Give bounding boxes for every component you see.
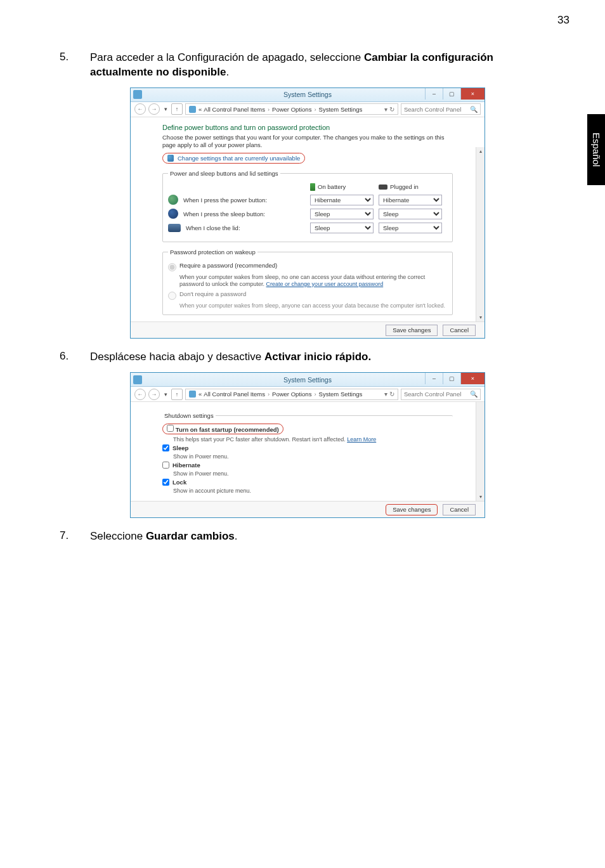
history-dropdown[interactable]: ▾ [162,103,169,115]
hibernate-checkbox[interactable] [162,462,169,469]
radio-description: When your computer wakes from sleep, any… [179,302,447,309]
search-placeholder: Search Control Panel [404,391,461,398]
lid-battery-select[interactable]: Sleep [310,223,374,233]
chevron-down-icon[interactable]: ▾ [384,391,387,398]
text: Desplácese hacia abajo y desactive [90,351,264,363]
battery-icon [310,183,315,191]
sleep-plugged-select[interactable]: Sleep [379,209,442,219]
scroll-down-icon[interactable]: ▾ [476,492,485,501]
forward-button[interactable]: → [148,389,160,400]
hibernate-desc: Show in Power menu. [173,470,453,477]
app-icon [133,375,142,384]
close-button[interactable]: × [460,373,485,384]
radio-no-password[interactable]: Don't require a password [168,290,447,300]
power-battery-select[interactable]: Hibernate [310,195,374,205]
search-placeholder: Search Control Panel [404,106,461,113]
up-button[interactable]: ↑ [171,103,183,115]
scroll-up-icon[interactable]: ▴ [476,147,485,156]
checkbox-label: Sleep [172,444,188,451]
bc-item[interactable]: All Control Panel Items [204,391,265,398]
bc-prefix: « [198,106,202,113]
history-dropdown[interactable]: ▾ [162,389,169,400]
power-plugged-select[interactable]: Hibernate [379,195,442,205]
text: This helps start your PC faster after sh… [173,436,347,443]
refresh-icon[interactable]: ↻ [389,391,394,398]
sleep-battery-select[interactable]: Sleep [310,209,374,219]
step-7: 7. Seleccione Guardar cambios. [60,529,556,544]
window-body-wrap: Define power buttons and turn on passwor… [131,117,485,339]
bc-sep: › [268,391,270,398]
column-headers: On battery Plugged in [168,183,447,191]
bc-controls: ▾ ↻ [384,106,394,113]
back-button[interactable]: ← [134,389,146,400]
change-settings-link[interactable]: Change settings that are currently unava… [162,153,305,164]
text-bold: Guardar cambios [146,530,235,542]
lock-checkbox[interactable] [162,479,169,486]
breadcrumb[interactable]: « All Control Panel Items › Power Option… [185,389,398,400]
minimize-button[interactable]: – [425,373,443,384]
checkbox-label: Hibernate [172,462,200,469]
cancel-button[interactable]: Cancel [443,504,476,515]
maximize-button[interactable]: ▢ [443,88,460,100]
bc-controls: ▾ ↻ [384,391,394,398]
titlebar: System Settings – ▢ × [131,88,485,102]
radio-input[interactable] [168,292,176,300]
refresh-icon[interactable]: ↻ [389,106,394,113]
checkbox-label: Lock [172,479,186,486]
step-6: 6. Desplácese hacia abajo y desactive Ac… [60,350,556,365]
power-icon [168,195,178,205]
scrollbar[interactable]: ▾ [476,402,485,501]
bc-item[interactable]: Power Options [272,391,311,398]
row-sleep-button: When I press the sleep button: Sleep Sle… [168,209,447,219]
cancel-button[interactable]: Cancel [443,325,476,336]
page-number: 33 [557,14,569,27]
fieldset-legend: Power and sleep buttons and lid settings [168,170,280,177]
step-number: 5. [60,51,90,80]
step-text: Para acceder a la Configuración de apaga… [90,51,556,80]
text: . [235,530,238,542]
fieldset-legend: Password protection on wakeup [168,249,257,256]
row-label: When I press the sleep button: [183,211,310,217]
col-battery: On battery [310,183,379,191]
step-number: 6. [60,350,90,365]
bc-item[interactable]: System Settings [319,106,363,113]
breadcrumb[interactable]: « All Control Panel Items › Power Option… [185,103,398,115]
row-label: When I close the lid: [186,224,310,231]
up-button[interactable]: ↑ [171,389,183,400]
minimize-button[interactable]: – [425,88,443,100]
save-button[interactable]: Save changes [386,325,438,336]
scrollbar[interactable]: ▴ ▾ [476,147,485,322]
password-link[interactable]: Create or change your user account passw… [266,281,384,287]
scroll-down-icon[interactable]: ▾ [476,313,485,321]
sleep-desc: Show in Power menu. [173,453,453,460]
forward-button[interactable]: → [148,103,160,115]
language-tab: Español [587,114,605,185]
bc-item[interactable]: All Control Panel Items [204,106,265,113]
lock-row: Lock [162,479,453,486]
step-5: 5. Para acceder a la Configuración de ap… [60,51,556,80]
password-fieldset: Password protection on wakeup Require a … [162,249,453,316]
label: On battery [318,183,346,190]
back-button[interactable]: ← [134,103,146,115]
search-input[interactable]: Search Control Panel 🔍 [401,103,481,115]
maximize-button[interactable]: ▢ [443,373,460,384]
radio-input[interactable] [168,263,176,271]
bc-item[interactable]: System Settings [319,391,363,398]
save-button[interactable]: Save changes [386,504,438,515]
fast-startup-checkbox[interactable] [167,425,174,432]
checkbox-label: Turn on fast startup (recommended) [176,426,279,433]
text: . [226,66,229,78]
radio-require-password[interactable]: Require a password (recommended) [168,262,447,271]
search-input[interactable]: Search Control Panel 🔍 [401,389,481,400]
shutdown-fieldset: Shutdown settings Turn on fast startup (… [162,412,453,497]
lid-plugged-select[interactable]: Sleep [379,223,442,233]
hibernate-row: Hibernate [162,462,453,469]
bc-item[interactable]: Power Options [272,106,311,113]
close-button[interactable]: × [460,88,485,100]
plug-icon [379,185,387,190]
sleep-checkbox[interactable] [162,444,169,451]
shield-icon [167,155,174,162]
app-icon [133,90,142,99]
learn-more-link[interactable]: Learn More [347,436,376,443]
chevron-down-icon[interactable]: ▾ [384,106,387,113]
